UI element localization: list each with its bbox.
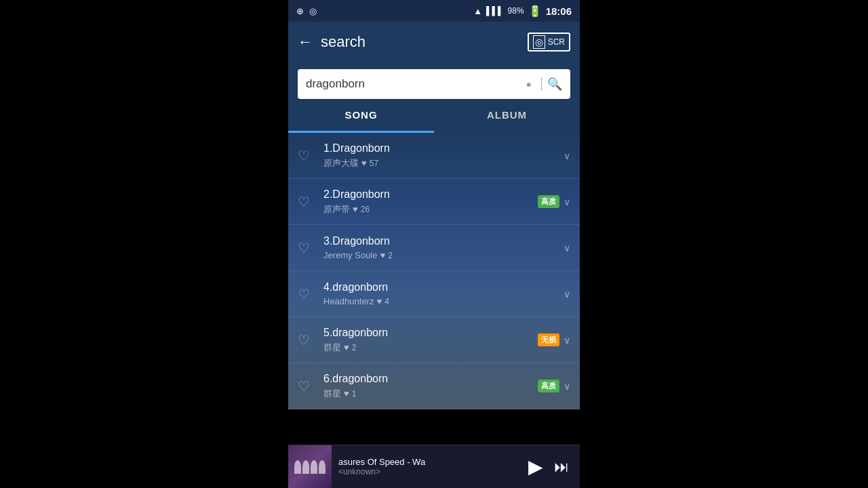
song-right: 高质 ∨ [538, 195, 570, 208]
player-controls: ▶ ⏭ [528, 455, 580, 478]
tab-album[interactable]: ALBUM [434, 99, 580, 133]
song-meta: 原声大碟 ♥ 57 [323, 157, 564, 169]
song-right: ∨ [564, 243, 570, 253]
list-item[interactable]: ♡ 6.dragonborn 群星 ♥ 1 高质 ∨ [288, 363, 580, 409]
heart-icon: ♥ [344, 388, 349, 399]
list-item[interactable]: ♡ 2.Dragonborn 原声带 ♥ 26 高质 ∨ [288, 179, 580, 225]
song-source: 原声带 [323, 203, 350, 216]
like-button[interactable]: ♡ [298, 194, 314, 210]
figure-1 [294, 460, 301, 474]
back-button[interactable]: ← [298, 33, 313, 51]
tabs-container: SONG ALBUM [288, 99, 580, 133]
song-right: 高质 ∨ [538, 380, 570, 392]
song-info: 4.dragonborn Headhunterz ♥ 4 [323, 281, 564, 306]
song-list-area: ♡ 1.Dragonborn 原声大碟 ♥ 57 ∨ ♡ 2.Dragonbor… [288, 133, 580, 488]
now-playing-bar: asures Of Speed - Wa <unknown> ▶ ⏭ [288, 445, 580, 488]
like-button[interactable]: ♡ [298, 332, 314, 348]
song-title: 3.Dragonborn [323, 235, 564, 247]
song-title: 6.dragonborn [323, 373, 538, 385]
song-right: ∨ [564, 150, 570, 161]
song-list: ♡ 1.Dragonborn 原声大碟 ♥ 57 ∨ ♡ 2.Dragonbor… [288, 133, 580, 409]
search-input-wrapper[interactable]: dragonborn ● 🔍 [298, 69, 570, 99]
song-meta: Headhunterz ♥ 4 [323, 296, 564, 306]
song-title: 1.Dragonborn [323, 142, 564, 155]
list-item[interactable]: ♡ 3.Dragonborn Jeremy Soule ♥ 2 ∨ [288, 225, 580, 271]
expand-icon[interactable]: ∨ [564, 197, 570, 207]
song-source: 原声大碟 [323, 157, 359, 169]
heart-icon: ♥ [380, 250, 385, 260]
heart-count: 57 [370, 159, 378, 168]
song-meta: 群星 ♥ 2 [323, 342, 538, 354]
song-info: 3.Dragonborn Jeremy Soule ♥ 2 [323, 235, 564, 260]
screen-record-icon: ◎ [309, 6, 317, 16]
song-info: 1.Dragonborn 原声大碟 ♥ 57 [323, 142, 564, 169]
skip-button[interactable]: ⏭ [554, 458, 569, 476]
song-right: ∨ [564, 289, 570, 300]
song-info: 2.Dragonborn 原声带 ♥ 26 [323, 188, 538, 216]
page-title: search [321, 33, 528, 51]
album-art [288, 445, 332, 489]
like-button[interactable]: ♡ [298, 286, 314, 302]
search-container: dragonborn ● 🔍 [288, 62, 580, 99]
track-info: asures Of Speed - Wa <unknown> [332, 457, 528, 476]
list-item[interactable]: ♡ 5.dragonborn 群星 ♥ 2 无损 ∨ [288, 317, 580, 363]
song-meta: 群星 ♥ 1 [323, 388, 538, 400]
list-item[interactable]: ♡ 1.Dragonborn 原声大碟 ♥ 57 ∨ [288, 133, 580, 179]
status-icons-left: ⊕ ◎ [296, 6, 317, 16]
figure-2 [302, 460, 309, 474]
song-source: Jeremy Soule [323, 250, 377, 260]
track-title: asures Of Speed - Wa [338, 457, 521, 467]
song-title: 2.Dragonborn [323, 188, 538, 201]
song-meta: Jeremy Soule ♥ 2 [323, 250, 564, 260]
song-source: Headhunterz [323, 296, 374, 306]
location-icon: ⊕ [296, 6, 304, 16]
track-artist: <unknown> [338, 467, 521, 476]
like-button[interactable]: ♡ [298, 378, 314, 394]
heart-icon: ♥ [353, 204, 358, 214]
search-clear-button[interactable]: ● [526, 79, 532, 89]
wifi-icon: ▲ [473, 6, 482, 16]
search-icon[interactable]: 🔍 [547, 77, 562, 92]
scr-label: SCR [548, 37, 565, 47]
heart-icon: ♥ [361, 158, 367, 168]
search-input[interactable]: dragonborn [306, 77, 526, 91]
status-icons-right: ▲ ▌▌▌ 98% 🔋 18:06 [473, 5, 572, 18]
battery-icon: 🔋 [528, 5, 542, 18]
heart-count: 26 [361, 205, 370, 214]
heart-count: 2 [388, 251, 393, 260]
like-button[interactable]: ♡ [298, 148, 314, 164]
expand-icon[interactable]: ∨ [564, 335, 570, 346]
song-title: 4.dragonborn [323, 281, 564, 293]
expand-icon[interactable]: ∨ [564, 289, 570, 300]
status-time: 18:06 [546, 5, 572, 17]
song-info: 5.dragonborn 群星 ♥ 2 [323, 327, 538, 354]
heart-count: 1 [352, 389, 357, 399]
heart-icon: ♥ [344, 342, 349, 352]
tab-song[interactable]: SONG [288, 99, 434, 133]
album-art-figures [294, 460, 326, 474]
figure-4 [319, 460, 326, 474]
expand-icon[interactable]: ∨ [564, 243, 570, 253]
status-bar: ⊕ ◎ ▲ ▌▌▌ 98% 🔋 18:06 [288, 0, 580, 22]
expand-icon[interactable]: ∨ [564, 381, 570, 392]
heart-count: 2 [352, 343, 357, 352]
heart-count: 4 [384, 297, 389, 306]
scr-viewfinder-icon: ◎ [533, 35, 545, 49]
quality-badge: 高质 [538, 195, 559, 208]
album-thumbnail [288, 445, 332, 489]
like-button[interactable]: ♡ [298, 240, 314, 256]
input-divider [541, 77, 542, 91]
song-title: 5.dragonborn [323, 327, 538, 339]
heart-icon: ♥ [376, 296, 382, 306]
song-info: 6.dragonborn 群星 ♥ 1 [323, 373, 538, 400]
play-button[interactable]: ▶ [528, 455, 543, 478]
app-header: ← search ◎ SCR [288, 22, 580, 62]
song-source: 群星 [323, 388, 341, 400]
list-item[interactable]: ♡ 4.dragonborn Headhunterz ♥ 4 ∨ [288, 271, 580, 317]
quality-badge: 无损 [538, 333, 559, 346]
expand-icon[interactable]: ∨ [564, 150, 570, 161]
song-right: 无损 ∨ [538, 333, 570, 346]
scr-badge: ◎ SCR [528, 33, 570, 52]
quality-badge: 高质 [538, 380, 559, 392]
signal-icon: ▌▌▌ [486, 6, 504, 16]
